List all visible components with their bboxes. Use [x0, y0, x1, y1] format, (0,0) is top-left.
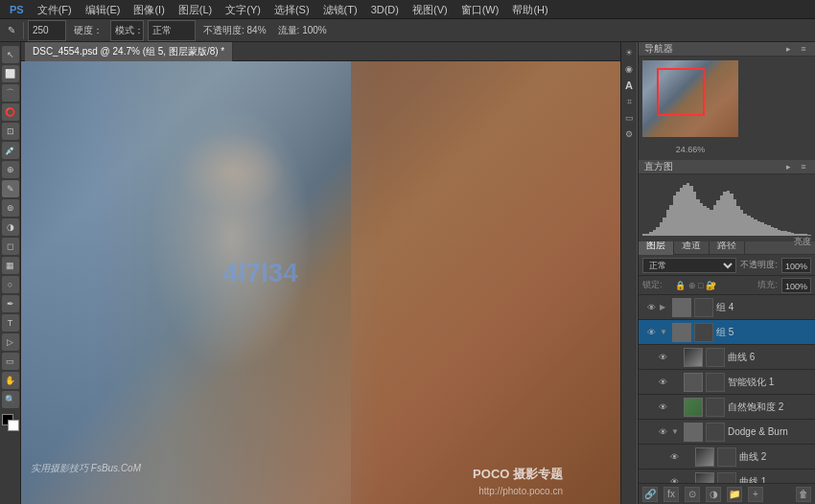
flow-value[interactable]: 流量: 100%	[274, 20, 331, 41]
layer-link-btn[interactable]: 🔗	[642, 487, 658, 502]
layer-item[interactable]: 👁 ▶ 组 4	[639, 295, 815, 320]
histogram-menu[interactable]: ≡	[798, 161, 809, 172]
menu-image[interactable]: 图像(I)	[128, 0, 170, 19]
layer-item[interactable]: 👁 自然饱和度 2	[639, 395, 815, 420]
tool-dodge[interactable]: ○	[2, 276, 19, 293]
menu-text[interactable]: 文字(Y)	[220, 0, 267, 19]
tool-crop[interactable]: ⊡	[2, 123, 19, 140]
navigator-panel: 导航器 ▸ ≡ 24.66% 直方图	[639, 42, 815, 195]
navigator-collapse[interactable]: ▸	[782, 43, 794, 55]
layer-visibility-toggle[interactable]: 👁	[657, 352, 668, 363]
tool-pen[interactable]: ✒	[2, 295, 19, 312]
ri-rect-icon[interactable]: ▭	[622, 111, 636, 125]
menu-select[interactable]: 选择(S)	[268, 0, 315, 19]
navigator-title: 导航器	[644, 42, 673, 56]
layer-expand-arrow[interactable]: ▶	[660, 303, 669, 311]
layer-thumbnail	[672, 323, 691, 342]
watermark-url: http://photo.poco.cn	[478, 486, 563, 496]
layer-adj-btn[interactable]: ◑	[706, 487, 721, 502]
layer-item[interactable]: 👁 ▼ Dodge & Burn	[639, 420, 815, 445]
nav-zoom-controls	[742, 60, 811, 154]
navigator-icons: ▸ ≡	[782, 43, 809, 55]
tool-spot-heal[interactable]: ⊕	[2, 161, 19, 178]
menu-3d[interactable]: 3D(D)	[365, 0, 405, 19]
menu-edit[interactable]: 编辑(E)	[80, 0, 127, 19]
tool-history[interactable]: ◑	[2, 218, 19, 236]
layer-visibility-toggle[interactable]: 👁	[657, 377, 668, 388]
tool-path-select[interactable]: ▷	[2, 333, 19, 351]
layer-thumbnail	[695, 472, 714, 484]
tool-eyedropper[interactable]: 💉	[2, 142, 19, 159]
navigator-menu[interactable]: ≡	[798, 43, 809, 55]
ri-a-icon[interactable]: A	[622, 79, 636, 92]
sep1	[23, 22, 24, 39]
layer-visibility-toggle[interactable]: 👁	[645, 302, 657, 313]
layer-visibility-toggle[interactable]: 👁	[657, 401, 668, 413]
fg-bg-colors[interactable]	[2, 414, 19, 431]
opacity-value[interactable]: 不透明度: 84%	[199, 20, 270, 41]
layer-visibility-toggle[interactable]: 👁	[645, 327, 657, 338]
layer-item[interactable]: 👁 曲线 2	[639, 445, 815, 470]
mode-value[interactable]: 正常	[148, 20, 196, 41]
layer-visibility-toggle[interactable]: 👁	[668, 451, 680, 463]
layer-new-btn[interactable]: +	[748, 487, 763, 502]
layer-name: 曲线 6	[728, 351, 811, 364]
tool-text[interactable]: T	[2, 314, 19, 332]
tool-hand[interactable]: ✋	[2, 372, 19, 389]
tool-eraser[interactable]: ◻	[2, 238, 19, 255]
tool-move[interactable]: ↖	[2, 46, 19, 63]
lock-icons: 🔒 ⊕ □ 🔐	[675, 281, 716, 290]
menu-window[interactable]: 窗口(W)	[455, 0, 505, 19]
layer-group-btn[interactable]: 📁	[727, 487, 742, 502]
ri-gear-icon[interactable]: ⚙	[622, 127, 636, 141]
brush-size[interactable]: 250	[28, 20, 66, 41]
layer-thumbnail	[684, 373, 703, 392]
histogram-collapse[interactable]: ▸	[782, 161, 794, 172]
menu-view[interactable]: 视图(V)	[407, 0, 454, 19]
layer-delete-btn[interactable]: 🗑	[796, 487, 811, 502]
layer-visibility-toggle[interactable]: 👁	[668, 476, 680, 484]
layer-mask-thumbnail	[717, 472, 736, 484]
layer-fill-row: 锁定: 🔒 ⊕ □ 🔐 填充: 100%	[639, 276, 815, 295]
layer-thumbnail	[695, 447, 714, 467]
menu-file[interactable]: 文件(F)	[32, 0, 78, 19]
layer-name: 组 4	[716, 301, 811, 314]
layer-mask-btn[interactable]: ⊙	[685, 487, 700, 502]
tool-zoom[interactable]: 🔍	[2, 391, 19, 408]
canvas-tab[interactable]: DSC_4554.psd @ 24.7% (组 5, 图层蒙版/8) *	[25, 42, 233, 61]
tool-lasso[interactable]: ⌒	[2, 84, 19, 102]
opacity-val[interactable]: 100%	[781, 258, 811, 273]
layer-item[interactable]: 👁 曲线 1	[639, 470, 815, 483]
layer-item[interactable]: 👁 ▼ 组 5	[639, 320, 815, 345]
tool-select-rect[interactable]: ⬜	[2, 65, 19, 82]
menu-filter[interactable]: 滤镜(T)	[317, 0, 363, 19]
ri-brush2-icon[interactable]: ⌗	[622, 95, 636, 108]
layer-expand-arrow[interactable]: ▼	[671, 427, 681, 436]
fill-val[interactable]: 100%	[781, 278, 811, 293]
watermark-fsBus: 实用摄影技巧 FsBus.CoM	[31, 462, 141, 475]
navigator-thumbnail[interactable]	[642, 60, 738, 137]
layer-fx-btn[interactable]: fx	[664, 487, 679, 502]
ri-sun-icon[interactable]: ☀	[622, 46, 636, 59]
layer-name: Dodge & Burn	[728, 426, 811, 437]
layer-expand-arrow[interactable]: ▼	[660, 328, 669, 336]
left-tools-panel: ↖ ⬜ ⌒ ⭕ ⊡ 💉 ⊕ ✎ ⊚ ◑ ◻ ▦ ○ ✒ T ▷ ▭ ✋ 🔍	[0, 42, 21, 504]
tool-quick-select[interactable]: ⭕	[2, 103, 19, 121]
hardness-value[interactable]: 模式：	[110, 20, 144, 41]
menu-ps[interactable]: PS	[4, 0, 30, 19]
layer-visibility-toggle[interactable]: 👁	[657, 426, 668, 438]
tool-brush[interactable]: ✎	[2, 180, 19, 197]
ri-eye-icon[interactable]: ◉	[622, 62, 636, 76]
menu-help[interactable]: 帮助(H)	[506, 0, 553, 19]
tool-shape[interactable]: ▭	[2, 353, 19, 370]
right-icons-strip: ☀ ◉ A ⌗ ▭ ⚙	[620, 42, 638, 504]
canvas-area[interactable]: DSC_4554.psd @ 24.7% (组 5, 图层蒙版/8) * 4l7…	[21, 42, 620, 504]
tool-clone[interactable]: ⊚	[2, 199, 19, 217]
menu-layer[interactable]: 图层(L)	[173, 0, 218, 19]
layer-item[interactable]: 👁 智能锐化 1	[639, 370, 815, 395]
blend-mode-select[interactable]: 正常 溶解 正片叠底	[642, 258, 736, 273]
tool-gradient[interactable]: ▦	[2, 257, 19, 274]
layer-item[interactable]: 👁 曲线 6	[639, 345, 815, 370]
layers-panel: 图层 通道 路径 正常 溶解 正片叠底 不透明度: 100% 锁定: 🔒 ⊕ □…	[639, 236, 815, 504]
navigator-content: 24.66%	[639, 57, 815, 158]
